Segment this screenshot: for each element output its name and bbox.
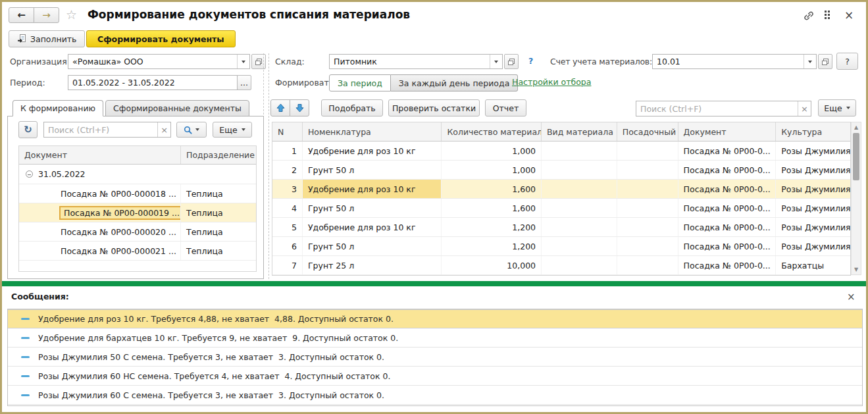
messages-close-icon[interactable]: ×	[847, 291, 855, 303]
culture-cell[interactable]: Бархатцы	[776, 256, 850, 274]
tab-to-generate[interactable]: К формированию	[13, 100, 103, 116]
account-combo[interactable]: 10.01	[652, 54, 817, 69]
department-cell[interactable]: Теплица	[181, 203, 256, 222]
move-up-button[interactable]	[270, 99, 290, 116]
quantity-cell[interactable]: 1,000	[442, 142, 542, 160]
period-more-button[interactable]: ...	[237, 75, 251, 90]
culture-cell[interactable]: Розы Джумилия	[776, 142, 850, 160]
n-cell[interactable]: 2	[272, 161, 303, 179]
fill-button[interactable]: Заполнить	[9, 30, 85, 47]
document-cell[interactable]: Посадка № 0Р00-0...	[678, 218, 777, 236]
message-item-selected[interactable]: Удобрение для роз 10 кг. Требуется 4,88,…	[8, 309, 862, 328]
document-cell[interactable]: Посадка № 0Р00-0...	[678, 161, 777, 179]
left-search-clear-button[interactable]: ×	[157, 122, 170, 137]
pick-button[interactable]: Подобрать	[321, 99, 383, 116]
quantity-cell[interactable]: 1,600	[442, 199, 542, 217]
period-input[interactable]	[68, 76, 237, 90]
account-open-button[interactable]	[818, 54, 832, 69]
scroll-down-icon[interactable]: ▼	[852, 265, 861, 274]
document-cell[interactable]: Посадка № 0Р00-0...	[678, 256, 777, 274]
warehouse-combo[interactable]: Питомник	[329, 54, 503, 69]
document-cell[interactable]: Посадка № 0Р00-000018 ...	[19, 184, 181, 203]
n-cell[interactable]: 6	[272, 237, 303, 255]
tab-generated-documents[interactable]: Сформированные документы	[105, 100, 249, 116]
column-header-department[interactable]: Подразделение	[181, 146, 256, 164]
culture-cell[interactable]: Розы Джумилия	[776, 199, 850, 217]
table-row-selected[interactable]: Посадка № 0Р00-000019 ... Теплица	[19, 203, 256, 222]
warehouse-open-button[interactable]	[504, 54, 519, 69]
collapse-icon[interactable]	[26, 170, 33, 178]
get-link-icon[interactable]	[802, 9, 815, 24]
document-cell[interactable]: Посадка № 0Р00-000020 ...	[19, 222, 181, 241]
culture-cell[interactable]: Розы Джумилия	[776, 237, 850, 255]
account-dropdown-button[interactable]	[804, 55, 816, 68]
quantity-cell[interactable]: 10,000	[442, 256, 542, 274]
document-cell[interactable]: Посадка № 0Р00-0...	[678, 199, 777, 217]
n-cell[interactable]: 1	[272, 142, 303, 160]
refresh-button[interactable]: ↻	[18, 121, 38, 138]
message-item[interactable]: Розы Джумилия 60 НС семена. Требуется 4,…	[8, 367, 862, 386]
quantity-cell[interactable]: 1,200	[442, 218, 542, 236]
warehouse-dropdown-button[interactable]	[490, 55, 502, 68]
document-cell[interactable]: Посадка № 0Р00-0...	[678, 237, 777, 255]
left-search-input[interactable]	[44, 122, 157, 137]
message-item[interactable]: Розы Джумилия 50 С семена. Требуется 3, …	[8, 348, 862, 367]
message-item[interactable]: Удобрение для бархатцев 10 кг. Требуется…	[8, 328, 862, 348]
back-button[interactable]: ←	[9, 7, 34, 23]
n-cell[interactable]: 7	[272, 256, 303, 274]
organization-combo[interactable]: «Ромашка» ООО	[68, 54, 250, 69]
column-header-document[interactable]: Документ	[19, 146, 181, 164]
messages-splitter-bar[interactable]	[2, 281, 866, 286]
nomenclature-cell[interactable]: Грунт 25 л	[303, 256, 442, 274]
culture-cell[interactable]: Розы Джумилия	[776, 180, 850, 198]
n-cell[interactable]: 4	[272, 199, 303, 217]
quantity-cell[interactable]: 1,600	[442, 180, 542, 198]
favorite-star-icon[interactable]: ☆	[66, 9, 77, 21]
material-type-cell[interactable]	[542, 142, 617, 160]
left-search-options-button[interactable]	[176, 122, 207, 138]
nomenclature-cell[interactable]: Грунт 50 л	[303, 237, 442, 255]
column-header-nomenclature[interactable]: Номенклатура	[303, 122, 442, 141]
quantity-cell[interactable]: 1,200	[442, 237, 542, 255]
table-row[interactable]: Посадка № 0Р00-000020 ... Теплица	[19, 222, 256, 242]
warehouse-help-icon[interactable]: ?	[528, 56, 533, 66]
organization-dropdown-button[interactable]	[237, 55, 249, 68]
help-button[interactable]: ?	[836, 53, 858, 70]
message-item[interactable]: Розы Джумилия 60 С семена. Требуется 3, …	[8, 386, 862, 405]
material-type-cell[interactable]	[542, 218, 617, 236]
culture-cell[interactable]: Розы Джумилия	[776, 218, 850, 236]
report-button[interactable]: Отчет	[485, 99, 526, 116]
nomenclature-cell[interactable]: Удобрение для роз 10 кг	[303, 180, 442, 198]
left-more-button[interactable]: Еще	[213, 122, 252, 138]
planting-cell[interactable]	[617, 161, 678, 179]
column-header-culture[interactable]: Культура	[776, 122, 850, 141]
planting-cell[interactable]	[617, 237, 678, 255]
close-icon[interactable]: ×	[844, 10, 854, 21]
n-cell[interactable]: 5	[272, 218, 303, 236]
right-search-clear-button[interactable]: ×	[798, 101, 811, 116]
planting-cell[interactable]	[617, 199, 678, 217]
n-cell[interactable]: 3	[272, 180, 303, 198]
more-menu-icon[interactable]	[825, 11, 830, 19]
document-cell[interactable]: Посадка № 0Р00-000019 ...	[19, 203, 181, 222]
table-row[interactable]: Посадка № 0Р00-000021 ... Теплица	[19, 242, 256, 261]
generate-documents-button[interactable]: Сформировать документы	[86, 30, 236, 47]
column-header-quantity[interactable]: Количество материала	[442, 122, 542, 141]
check-remainders-button[interactable]: Проверить остатки	[388, 99, 480, 116]
panel-splitter[interactable]	[268, 53, 269, 279]
right-more-button[interactable]: Еще	[818, 99, 856, 116]
material-type-cell[interactable]	[542, 237, 617, 255]
nomenclature-cell[interactable]: Грунт 50 л	[303, 199, 442, 217]
scrollbar-thumb[interactable]	[853, 133, 859, 180]
column-header-document[interactable]: Документ	[678, 122, 777, 141]
selection-settings-link[interactable]: Настройки отбора	[512, 77, 591, 87]
planting-cell[interactable]	[617, 142, 678, 160]
vertical-scrollbar[interactable]: ▲ ▼	[851, 122, 861, 275]
scroll-up-icon[interactable]: ▲	[852, 122, 861, 132]
period-field[interactable]	[68, 75, 238, 90]
department-cell[interactable]: Теплица	[181, 242, 256, 260]
nomenclature-cell[interactable]: Грунт 50 л	[303, 161, 442, 179]
planting-cell[interactable]	[617, 218, 678, 236]
material-type-cell[interactable]	[542, 199, 617, 217]
right-search-input[interactable]	[636, 101, 798, 116]
